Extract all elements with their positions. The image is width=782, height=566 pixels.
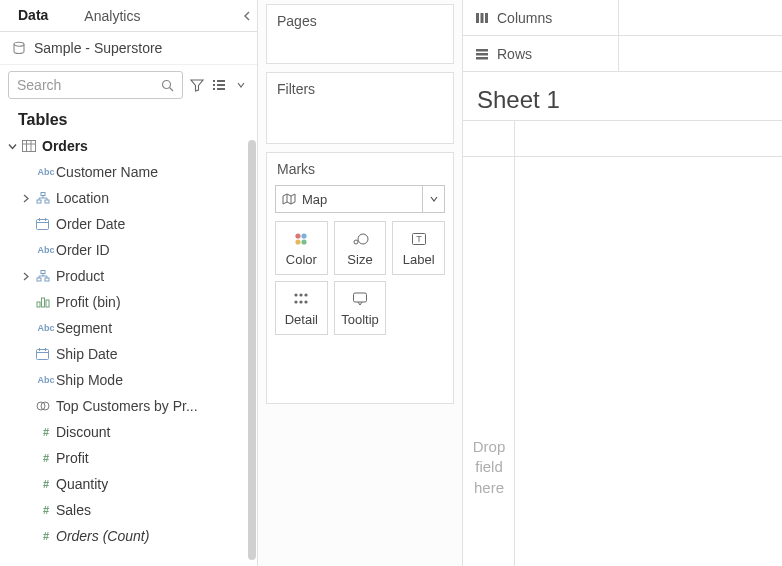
datasource-name: Sample - Superstore (34, 40, 162, 56)
field-discount[interactable]: # Discount (0, 419, 257, 445)
hierarchy-icon (36, 192, 56, 204)
datasource-row[interactable]: Sample - Superstore (0, 32, 257, 65)
shelf-text: Columns (497, 10, 552, 26)
svg-point-0 (14, 42, 24, 46)
svg-point-37 (302, 239, 307, 244)
tab-data[interactable]: Data (0, 0, 66, 31)
cards-pane: Pages Filters Marks Map Col (258, 0, 463, 566)
svg-point-36 (296, 239, 301, 244)
svg-rect-22 (45, 278, 49, 281)
field-order-id[interactable]: Abc Order ID (0, 237, 257, 263)
field-segment[interactable]: Abc Segment (0, 315, 257, 341)
drop-hint: Drop field here (469, 437, 509, 498)
tab-analytics[interactable]: Analytics (66, 0, 158, 31)
string-type-icon: Abc (36, 323, 56, 333)
svg-rect-13 (41, 193, 45, 196)
rows-shelf[interactable]: Rows (463, 36, 782, 72)
field-quantity[interactable]: # Quantity (0, 471, 257, 497)
field-profit[interactable]: # Profit (0, 445, 257, 471)
list-icon (212, 78, 226, 92)
svg-rect-6 (217, 80, 225, 82)
mark-buttons: Color Size T Label (275, 221, 445, 335)
field-label: Discount (56, 424, 247, 440)
mark-btn-label: Detail (285, 312, 318, 327)
field-label: Segment (56, 320, 247, 336)
search-input[interactable] (17, 77, 161, 93)
hierarchy-icon (36, 270, 56, 282)
date-type-icon (36, 348, 56, 360)
view-area[interactable] (515, 121, 782, 566)
table-orders[interactable]: Orders (0, 133, 257, 159)
svg-point-42 (295, 293, 298, 296)
field-ship-mode[interactable]: Abc Ship Mode (0, 367, 257, 393)
svg-rect-20 (41, 271, 45, 274)
shelf-label-rows: Rows (463, 36, 619, 71)
field-sales[interactable]: # Sales (0, 497, 257, 523)
mark-btn-label: Tooltip (341, 312, 379, 327)
svg-rect-49 (476, 13, 479, 23)
columns-icon (475, 12, 489, 24)
mark-type-dropdown[interactable]: Map (275, 185, 445, 213)
detail-icon (293, 290, 309, 308)
chevron-right-icon[interactable] (22, 194, 36, 203)
field-orders-count[interactable]: # Orders (Count) (0, 523, 257, 549)
pages-card[interactable]: Pages (266, 4, 454, 64)
filter-fields-button[interactable] (189, 77, 205, 93)
number-type-icon: # (36, 452, 56, 464)
mark-btn-label: Size (347, 252, 372, 267)
chevron-left-icon (243, 11, 251, 21)
column-header-row[interactable] (515, 121, 782, 157)
field-label: Quantity (56, 476, 247, 492)
string-type-icon: Abc (36, 245, 56, 255)
corner-cell (463, 121, 514, 157)
view-menu-caret[interactable] (233, 77, 249, 93)
drop-hint-line: field (469, 457, 509, 477)
string-type-icon: Abc (36, 167, 56, 177)
collapse-data-pane[interactable] (237, 0, 257, 31)
field-label: Profit (bin) (56, 294, 247, 310)
columns-shelf[interactable]: Columns (463, 0, 782, 36)
field-label: Sales (56, 502, 247, 518)
sheet-title[interactable]: Sheet 1 (463, 72, 782, 120)
rows-drop-zone[interactable] (619, 36, 782, 71)
mark-size-button[interactable]: Size (334, 221, 387, 275)
field-product[interactable]: Product (0, 263, 257, 289)
rows-icon (475, 48, 489, 60)
svg-point-1 (163, 80, 171, 88)
svg-rect-14 (37, 200, 41, 203)
mark-tooltip-button[interactable]: Tooltip (334, 281, 387, 335)
filters-card[interactable]: Filters (266, 72, 454, 144)
field-order-date[interactable]: Order Date (0, 211, 257, 237)
search-box[interactable] (8, 71, 183, 99)
svg-rect-24 (42, 298, 45, 307)
mark-color-button[interactable]: Color (275, 221, 328, 275)
svg-rect-48 (353, 293, 366, 302)
scroll-thumb[interactable] (248, 140, 256, 560)
shelf-text: Rows (497, 46, 532, 62)
caret-down-icon (237, 82, 245, 88)
mark-label-button[interactable]: T Label (392, 221, 445, 275)
field-location[interactable]: Location (0, 185, 257, 211)
row-header-column[interactable]: Drop field here (463, 121, 515, 566)
svg-rect-9 (23, 141, 36, 152)
color-icon (293, 230, 309, 248)
mark-detail-button[interactable]: Detail (275, 281, 328, 335)
svg-rect-25 (46, 300, 49, 307)
field-label: Top Customers by Pr... (56, 398, 247, 414)
bin-type-icon (36, 296, 56, 308)
svg-rect-54 (476, 57, 488, 60)
field-label: Orders (Count) (56, 528, 247, 544)
columns-drop-zone[interactable] (619, 0, 782, 35)
field-profit-bin[interactable]: Profit (bin) (0, 289, 257, 315)
chevron-right-icon[interactable] (22, 272, 36, 281)
fields-scrollbar[interactable] (247, 140, 257, 566)
svg-rect-15 (45, 200, 49, 203)
field-customer-name[interactable]: Abc Customer Name (0, 159, 257, 185)
tooltip-icon (352, 290, 368, 308)
view-list-button[interactable] (211, 77, 227, 93)
field-top-customers[interactable]: Top Customers by Pr... (0, 393, 257, 419)
field-ship-date[interactable]: Ship Date (0, 341, 257, 367)
svg-line-2 (170, 87, 174, 91)
chevron-down-icon[interactable] (8, 142, 22, 151)
marks-card: Marks Map Color (266, 152, 454, 404)
